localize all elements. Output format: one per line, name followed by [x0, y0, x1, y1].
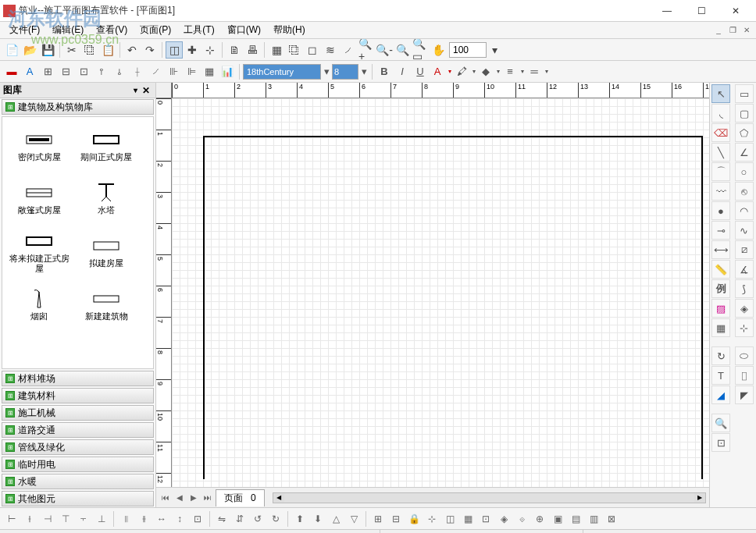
mdi-close-button[interactable]: ✕	[740, 25, 753, 36]
same-size-button[interactable]: ⊡	[189, 510, 206, 528]
underline-button[interactable]: U	[412, 63, 429, 80]
copy2-button[interactable]: ⿻	[286, 41, 303, 59]
gallery-item-period-house[interactable]: 期间正式房屋	[73, 120, 140, 173]
layers-button[interactable]: ≋	[322, 41, 339, 59]
scroll-right-button[interactable]: ▶	[694, 493, 705, 503]
curve-tool[interactable]: 〰	[711, 182, 730, 201]
text-tool[interactable]: T	[711, 366, 730, 385]
textbox-tool[interactable]: ⌷	[735, 366, 754, 385]
bezier-tool[interactable]: ⎋	[735, 182, 754, 201]
add-button[interactable]: ✚	[184, 41, 201, 59]
rotate-right-button[interactable]: ↻	[267, 510, 284, 528]
snap7-button[interactable]: ⊕	[531, 510, 548, 528]
align2-button[interactable]: ⫰	[111, 63, 128, 80]
snap5-button[interactable]: ◈	[495, 510, 512, 528]
ellipse-tool[interactable]: ⬭	[735, 346, 754, 365]
mdi-minimize-button[interactable]: _	[712, 25, 725, 36]
dist2-button[interactable]: ⊫	[183, 63, 200, 80]
snap11-button[interactable]: ⊠	[603, 510, 620, 528]
preview-button[interactable]: 🗎	[226, 41, 243, 59]
print-button[interactable]: 🖶	[244, 41, 261, 59]
drawing-rectangle[interactable]	[203, 136, 703, 479]
snap3-button[interactable]: ▦	[459, 510, 476, 528]
category-electric[interactable]: ⊞临时用电	[2, 457, 154, 472]
angle-dim-tool[interactable]: ∡	[735, 260, 754, 279]
axis-tool[interactable]: ⊹	[735, 318, 754, 337]
menu-help[interactable]: 帮助(H)	[267, 22, 312, 38]
rect-tool[interactable]: ▭	[735, 84, 754, 103]
align-center-h-button[interactable]: ⫲	[21, 510, 38, 528]
hatch-tool[interactable]: ▨	[711, 299, 730, 318]
font-select[interactable]	[243, 64, 321, 80]
align-top-button[interactable]: ⊤	[57, 510, 74, 528]
bring-front-button[interactable]: ⬆	[291, 510, 308, 528]
rotate-tool[interactable]: ↻	[711, 346, 730, 365]
border-button[interactable]: ▬	[3, 63, 20, 80]
align-bottom-button[interactable]: ⊥	[93, 510, 110, 528]
zoom-fit-button[interactable]: 🔍	[394, 41, 411, 59]
sidebar-close-button[interactable]: ✕	[140, 85, 152, 96]
callout-tool[interactable]: ◤	[735, 386, 754, 404]
wall-tool[interactable]: ⧄	[735, 240, 754, 259]
gallery-item-sealed-house[interactable]: 密闭式房屋	[5, 120, 73, 173]
polygon-tool[interactable]: ⬠	[735, 123, 754, 142]
cells2-button[interactable]: ⊡	[75, 63, 92, 80]
dist1-button[interactable]: ⊪	[165, 63, 182, 80]
flip-v-button[interactable]: ⇵	[231, 510, 248, 528]
fill-button[interactable]: ◆	[478, 63, 501, 80]
gallery-item-planned-house[interactable]: 拟建房屋	[73, 226, 140, 279]
zoom-out-button[interactable]: 🔍-	[376, 41, 393, 59]
scroll-left-button[interactable]: ◀	[273, 493, 284, 503]
menu-window[interactable]: 窗口(W)	[221, 22, 267, 38]
save-button[interactable]: 💾	[39, 41, 56, 59]
snap10-button[interactable]: ▥	[585, 510, 602, 528]
size-select[interactable]	[332, 64, 358, 80]
snap8-button[interactable]: ▣	[549, 510, 566, 528]
close-button[interactable]: ✕	[719, 0, 753, 22]
line-style-button[interactable]: ≡	[502, 63, 526, 80]
italic-button[interactable]: I	[394, 63, 411, 80]
gallery-item-water-tower[interactable]: 水塔	[73, 173, 140, 226]
send-backward-button[interactable]: ▽	[345, 510, 362, 528]
zoom-input[interactable]	[449, 42, 487, 58]
legend-tool[interactable]: 例	[711, 279, 730, 298]
category-material-yard[interactable]: ⊞材料堆场	[2, 371, 154, 386]
circle-tool[interactable]: ○	[735, 162, 754, 181]
spline-tool[interactable]: ∿	[735, 221, 754, 240]
distribute-v-button[interactable]: ⫵	[135, 510, 152, 528]
ungroup-button[interactable]: ⊟	[387, 510, 405, 528]
point-tool[interactable]: ●	[711, 201, 730, 220]
ellipse-arc-tool[interactable]: ◠	[735, 201, 754, 220]
eraser-tool[interactable]: ⌫	[711, 123, 730, 142]
scale-tool[interactable]: 📏	[711, 260, 730, 279]
category-other[interactable]: ⊞其他图元	[2, 491, 154, 506]
measure-button[interactable]: ⟋	[340, 41, 357, 59]
size-dropdown[interactable]: ▾	[359, 63, 369, 80]
angle-tool[interactable]: ∠	[735, 143, 754, 162]
menu-view[interactable]: 查看(V)	[90, 22, 134, 38]
label-tool[interactable]: ◢	[711, 386, 730, 404]
group-tool[interactable]: ⊡	[711, 433, 730, 452]
tab-first-button[interactable]: ⏮	[159, 492, 172, 504]
ruler-horizontal[interactable]: 01234567891011121314151617	[172, 83, 709, 98]
menu-edit[interactable]: 编辑(E)	[46, 22, 90, 38]
mdi-restore-button[interactable]: ❐	[726, 25, 739, 36]
minimize-button[interactable]: —	[650, 0, 684, 22]
chart-button[interactable]: 📊	[219, 63, 236, 80]
shape-tool[interactable]: ◈	[735, 299, 754, 318]
pan-button[interactable]: ✋	[430, 41, 447, 59]
panel-toggle-button[interactable]: ◫	[166, 41, 183, 59]
highlight-button[interactable]: 🖍	[454, 63, 477, 80]
line-tool[interactable]: ╲	[711, 143, 730, 162]
grid-button[interactable]: ▦	[268, 41, 285, 59]
category-machinery[interactable]: ⊞施工机械	[2, 405, 154, 421]
lock-button[interactable]: 🔒	[405, 510, 423, 528]
table-button[interactable]: ⊞	[39, 63, 56, 80]
crop-button[interactable]: ◻	[304, 41, 321, 59]
send-back-button[interactable]: ⬇	[309, 510, 326, 528]
category-buildings[interactable]: ⊞建筑物及构筑物库	[2, 99, 154, 115]
bold-button[interactable]: B	[376, 63, 393, 80]
tab-last-button[interactable]: ⏭	[201, 492, 214, 504]
same-width-button[interactable]: ↔	[153, 510, 170, 528]
maximize-button[interactable]: ☐	[684, 0, 719, 22]
